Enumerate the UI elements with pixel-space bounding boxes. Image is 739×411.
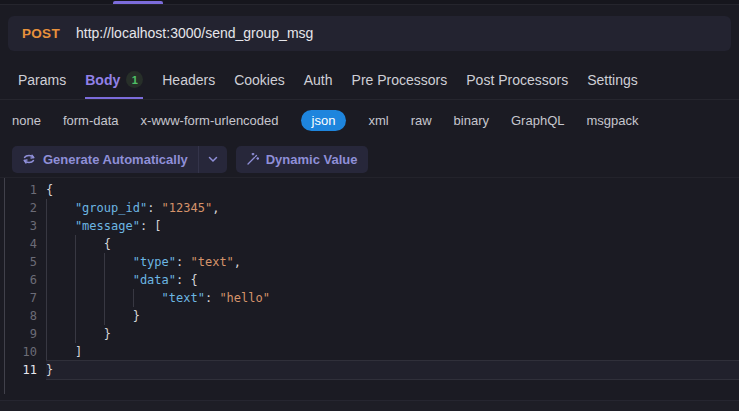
indent-guide [46,217,75,235]
tab-auth[interactable]: Auth [304,60,333,99]
indent-guide [75,253,104,271]
token-key: "type" [133,255,176,269]
line-number: 9 [0,325,46,343]
line-number: 2 [0,199,46,217]
tab-params[interactable]: Params [18,60,66,99]
line-number: 8 [0,307,46,325]
refresh-icon [22,153,36,165]
token-punct: : [176,255,190,269]
request-section-tabs: ParamsBody1HeadersCookiesAuthPre Process… [0,60,739,100]
token-key: "message" [75,219,140,233]
token-str: "text" [190,255,233,269]
indent-guide [75,307,104,325]
json-body-editor[interactable]: 1{2"group_id": "12345",3"message": [4{5"… [0,177,739,379]
generate-options-dropdown[interactable] [199,146,227,173]
tab-cookies[interactable]: Cookies [234,60,285,99]
token-key: "group_id" [75,201,147,215]
code-content[interactable]: "message": [ [46,217,739,235]
tab-label: Headers [162,72,215,88]
code-line-5[interactable]: 5"type": "text", [0,253,739,271]
code-content[interactable]: } [46,307,739,325]
indent-guide [104,289,133,307]
body-type-binary[interactable]: binary [454,113,489,128]
code-line-10[interactable]: 10] [0,343,739,361]
tab-label: Auth [304,72,333,88]
url-row: POST http://localhost:3000/send_group_ms… [0,6,739,60]
generate-automatically-button[interactable]: Generate Automatically [12,146,227,173]
tab-settings[interactable]: Settings [587,60,638,99]
token-punct: : { [176,273,198,287]
token-punct: { [46,183,53,197]
code-line-2[interactable]: 2"group_id": "12345", [0,199,739,217]
body-type-msgpack[interactable]: msgpack [586,113,638,128]
code-content[interactable]: "data": { [46,271,739,289]
indent-guide [46,289,75,307]
chevron-down-icon [208,156,218,163]
generate-automatically-main[interactable]: Generate Automatically [12,146,198,173]
tab-pre-processors[interactable]: Pre Processors [352,60,448,99]
token-punct: : [ [140,219,162,233]
code-line-3[interactable]: 3"message": [ [0,217,739,235]
tab-label: Params [18,72,66,88]
code-content[interactable]: "type": "text", [46,253,739,271]
body-type-xml[interactable]: xml [368,113,388,128]
line-number: 6 [0,271,46,289]
indent-guide [75,235,104,253]
body-type-none[interactable]: none [12,113,41,128]
token-punct: : [205,291,219,305]
body-type-raw[interactable]: raw [411,113,432,128]
token-punct: { [104,237,111,251]
indent-guide [46,199,75,217]
body-type-form-data[interactable]: form-data [63,113,119,128]
tab-body[interactable]: Body1 [85,60,143,99]
indent-guide [104,307,133,325]
token-str: "hello" [219,291,270,305]
code-content[interactable]: "text": "hello" [46,289,739,307]
request-url-bar[interactable]: POST http://localhost:3000/send_group_ms… [8,16,731,51]
token-key: "data" [133,273,176,287]
line-number: 10 [0,343,46,361]
tab-label: Settings [587,72,638,88]
code-line-6[interactable]: 6"data": { [0,271,739,289]
indent-guide [46,307,75,325]
code-content[interactable]: ] [46,343,739,361]
code-line-9[interactable]: 9} [0,325,739,343]
tab-label: Cookies [234,72,285,88]
line-number: 3 [0,217,46,235]
code-line-1[interactable]: 1{ [0,181,739,199]
token-punct: ] [75,345,82,359]
indent-guide [46,271,75,289]
code-content[interactable]: "group_id": "12345", [46,199,739,217]
code-line-8[interactable]: 8} [0,307,739,325]
line-number: 1 [0,181,46,199]
code-content[interactable]: { [46,181,739,199]
code-line-7[interactable]: 7"text": "hello" [0,289,739,307]
tab-headers[interactable]: Headers [162,60,215,99]
method-selector[interactable]: POST [22,26,60,41]
dynamic-value-label: Dynamic Value [266,152,358,167]
code-content[interactable]: } [46,361,739,379]
code-content[interactable]: { [46,235,739,253]
indent-guide [104,253,133,271]
body-type-selector: noneform-datax-www-form-urlencodedjsonxm… [0,101,739,139]
indent-guide [75,289,104,307]
active-request-tab-indicator [113,1,163,4]
indent-guide [75,325,104,343]
code-line-4[interactable]: 4{ [0,235,739,253]
line-number: 11 [0,361,46,379]
token-punct: , [234,255,241,269]
request-tab-strip [0,0,739,5]
token-punct: } [133,309,140,323]
tab-post-processors[interactable]: Post Processors [466,60,568,99]
indent-guide [75,271,104,289]
token-punct: } [104,327,111,341]
body-type-x-www-form-urlencoded[interactable]: x-www-form-urlencoded [141,113,279,128]
url-input[interactable]: http://localhost:3000/send_group_msg [76,25,313,41]
code-content[interactable]: } [46,325,739,343]
body-type-json[interactable]: json [301,110,347,131]
tab-label: Body [85,72,120,88]
code-line-11[interactable]: 11} [0,361,739,379]
body-toolbar: Generate Automatically Dyn [0,140,739,178]
dynamic-value-button[interactable]: Dynamic Value [236,146,368,173]
body-type-graphql[interactable]: GraphQL [511,113,564,128]
